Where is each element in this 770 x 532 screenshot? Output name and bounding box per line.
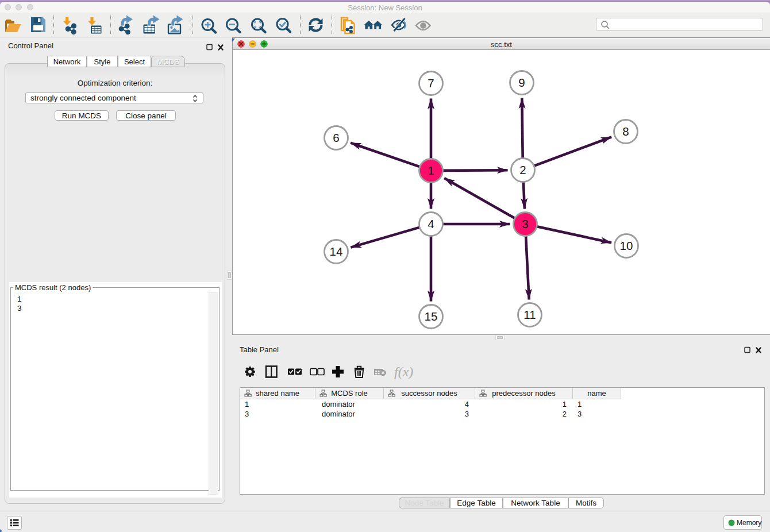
svg-text:3: 3	[522, 217, 528, 230]
svg-text:14: 14	[330, 245, 343, 258]
svg-text:2: 2	[519, 163, 526, 176]
svg-text:10: 10	[620, 239, 633, 252]
svg-text:f(x): f(x)	[394, 364, 413, 379]
svg-text:4: 4	[428, 217, 434, 230]
svg-text:1: 1	[428, 164, 434, 177]
svg-text:7: 7	[428, 76, 434, 90]
svg-text:15: 15	[425, 310, 438, 323]
svg-text:6: 6	[333, 131, 339, 144]
svg-text:8: 8	[622, 125, 629, 138]
svg-text:11: 11	[523, 308, 536, 321]
svg-text:9: 9	[518, 76, 525, 89]
